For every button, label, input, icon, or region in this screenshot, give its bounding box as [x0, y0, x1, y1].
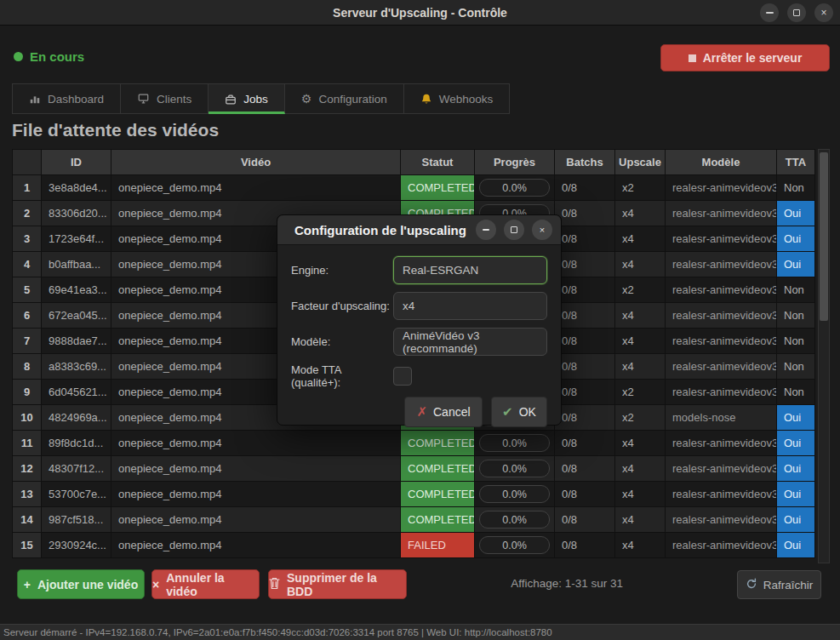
cell-upscale: x2 — [615, 380, 666, 405]
status-bar: Serveur démarré - IPv4=192.168.0.74, IPv… — [0, 624, 840, 640]
scale-factor-input[interactable]: x4 — [393, 292, 547, 320]
cell-video: onepiece_demo.mp4 — [111, 533, 401, 558]
stop-icon — [689, 54, 696, 62]
paging-info: Affichage: 1-31 sur 31 — [511, 577, 623, 590]
cell-tta: Non — [777, 354, 815, 380]
cell-batchs: 0/8 — [555, 303, 615, 329]
column-header: Modèle — [666, 150, 777, 175]
cancel-video-button[interactable]: × Annuler la vidéo — [151, 569, 260, 599]
cell-batchs: 0/8 — [555, 380, 615, 405]
maximize-icon — [511, 226, 517, 233]
progress-indicator: 0.0% — [479, 536, 550, 554]
cell-progress: 0.0% — [475, 175, 555, 201]
cell-model: realesr-animevideov3 — [666, 226, 777, 252]
cell-num: 1 — [13, 175, 42, 201]
engine-input[interactable]: Real-ESRGAN — [393, 256, 547, 284]
cell-upscale: x2 — [615, 175, 666, 201]
cell-tta: Oui — [777, 507, 815, 533]
tab-dashboard[interactable]: Dashboard — [12, 83, 121, 114]
cell-id: 2930924c... — [42, 533, 111, 558]
page-title: File d'attente des vidéos — [12, 120, 219, 140]
tab-jobs[interactable]: Jobs — [209, 83, 285, 114]
cell-video: onepiece_demo.mp4 — [111, 482, 401, 507]
cell-batchs: 0/8 — [555, 507, 615, 533]
cell-upscale: x4 — [615, 226, 666, 252]
close-button[interactable]: × — [814, 3, 833, 22]
tab-webhooks[interactable]: Webhooks — [404, 83, 511, 114]
cell-batchs: 0/8 — [555, 201, 615, 226]
window-titlebar[interactable]: Serveur d'Upscaling - Contrôle × — [0, 0, 840, 26]
table-row[interactable]: 1353700c7e...onepiece_demo.mp4COMPLETED0… — [13, 482, 815, 507]
cell-id: 9888dae7... — [42, 329, 111, 354]
tab-clients[interactable]: Clients — [121, 83, 209, 114]
cancel-button[interactable]: ✗ Cancel — [404, 397, 483, 427]
cell-batchs: 0/8 — [555, 482, 615, 507]
dialog-titlebar[interactable]: Configuration de l'upscaling × — [277, 215, 561, 245]
table-scrollbar[interactable] — [818, 149, 830, 563]
cell-model: realesr-animevideov3 — [666, 175, 777, 201]
cell-num: 2 — [13, 201, 42, 226]
maximize-button[interactable] — [787, 3, 806, 22]
cell-num: 12 — [13, 456, 42, 482]
table-row[interactable]: 1248307f12...onepiece_demo.mp4COMPLETED0… — [13, 456, 815, 482]
model-input[interactable]: AniméVidéo v3 (recommandé) — [393, 328, 547, 356]
cell-model: realesr-animevideov3 — [666, 482, 777, 507]
cell-progress: 0.0% — [475, 482, 555, 507]
cell-video: onepiece_demo.mp4 — [111, 175, 401, 201]
add-video-button[interactable]: + Ajouter une vidéo — [17, 569, 145, 599]
scale-factor-label: Facteur d'upscaling: — [291, 300, 393, 312]
engine-label: Engine: — [291, 264, 393, 277]
webhooks-icon — [420, 93, 432, 106]
scrollbar-thumb[interactable] — [820, 152, 828, 321]
cell-id: 672ea045... — [42, 303, 111, 329]
cell-upscale: x4 — [615, 482, 666, 507]
stop-server-button[interactable]: Arrêter le serveur — [660, 44, 830, 71]
cell-tta: Oui — [777, 533, 815, 558]
cell-tta: Non — [777, 380, 815, 405]
table-row[interactable]: 152930924c...onepiece_demo.mp4FAILED0.0%… — [13, 533, 815, 558]
window-title: Serveur d'Upscaling - Contrôle — [333, 6, 507, 20]
refresh-button[interactable]: Rafraîchir — [737, 570, 821, 599]
cell-upscale: x4 — [615, 354, 666, 380]
x-mark-icon: ✗ — [416, 404, 427, 420]
maximize-icon — [793, 9, 800, 16]
cell-batchs: 0/8 — [555, 533, 615, 558]
table-row[interactable]: 1189f8dc1d...onepiece_demo.mp4COMPLETED0… — [13, 431, 815, 456]
column-header — [13, 150, 42, 175]
cell-batchs: 0/8 — [555, 329, 615, 354]
cell-tta: Oui — [777, 431, 815, 456]
progress-indicator: 0.0% — [479, 511, 550, 529]
cell-tta: Non — [777, 175, 815, 201]
cell-id: b0affbaa... — [42, 252, 111, 277]
table-row[interactable]: 14987cf518...onepiece_demo.mp4COMPLETED0… — [13, 507, 815, 533]
cell-tta: Non — [777, 277, 815, 303]
add-video-label: Ajouter une vidéo — [37, 578, 138, 591]
cell-num: 9 — [13, 380, 42, 405]
cell-video: onepiece_demo.mp4 — [111, 431, 401, 456]
cell-num: 4 — [13, 252, 42, 277]
tta-mode-checkbox[interactable] — [393, 367, 412, 386]
dialog-close-button[interactable]: × — [532, 220, 552, 240]
cell-model: realesr-animevideov3 — [666, 303, 777, 329]
delete-from-db-button[interactable]: Supprimer de la BDD — [268, 569, 407, 599]
cell-progress: 0.0% — [475, 507, 555, 533]
ok-button[interactable]: ✔ OK — [491, 397, 547, 427]
dialog-minimize-button[interactable] — [476, 220, 496, 240]
upscaling-config-dialog: Configuration de l'upscaling × Engine: R… — [277, 214, 562, 426]
tta-mode-label: Mode TTA (qualité+): — [291, 363, 393, 389]
cell-model: realesr-animevideov3 — [666, 431, 777, 456]
cell-batchs: 0/8 — [555, 354, 615, 380]
cell-upscale: x4 — [615, 303, 666, 329]
table-row[interactable]: 13e8a8de4...onepiece_demo.mp4COMPLETED0.… — [13, 175, 815, 201]
cancel-button-label: Cancel — [433, 405, 471, 419]
tab-configuration[interactable]: ⚙Configuration — [285, 83, 404, 114]
model-label: Modèle: — [291, 335, 393, 348]
dialog-maximize-button[interactable] — [504, 220, 524, 240]
cell-model: realesr-animevideov3 — [666, 277, 777, 303]
minimize-button[interactable] — [760, 3, 779, 22]
status-dot-icon — [14, 52, 23, 61]
progress-indicator: 0.0% — [479, 179, 550, 197]
cell-num: 7 — [13, 329, 42, 354]
cell-upscale: x4 — [615, 456, 666, 482]
clients-icon — [137, 93, 150, 105]
